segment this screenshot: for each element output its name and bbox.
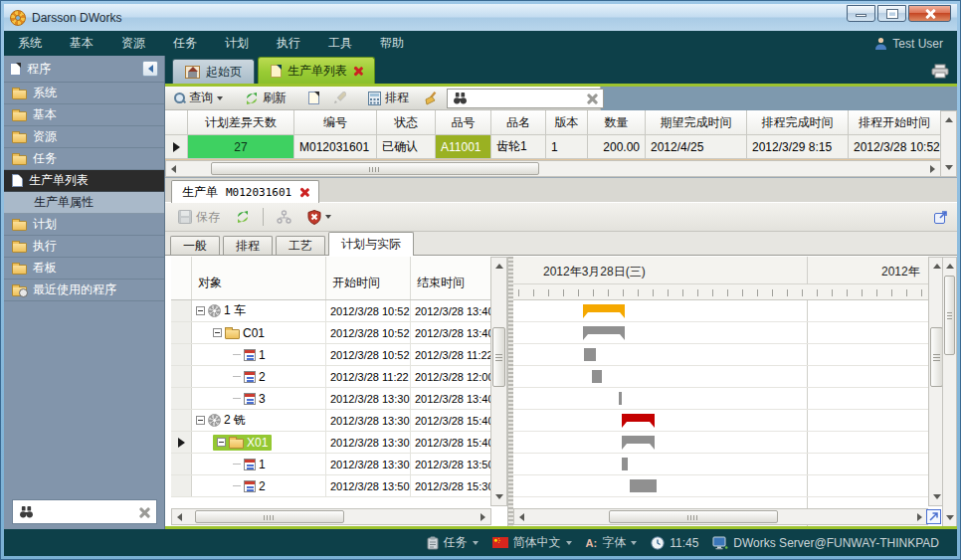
tab-start-page[interactable]: 起始页 (172, 59, 255, 84)
column-header[interactable]: 版本 (546, 110, 588, 135)
status-task-dropdown[interactable]: 任务 (427, 534, 479, 551)
menu-execute[interactable]: 执行 (263, 31, 314, 56)
tree-row[interactable]: 1 2012/3/28 10:52 2012/3/28 11:22 (171, 344, 490, 366)
panel-vertical-scrollbar[interactable] (942, 257, 957, 527)
subtab-general[interactable]: 一般 (170, 236, 220, 256)
tree-row[interactable]: 1 车 2012/3/28 10:52 2012/3/28 13:40 (171, 300, 490, 322)
column-header[interactable]: 计划差异天数 (188, 110, 294, 135)
maximize-button[interactable] (877, 5, 906, 22)
gantt-row[interactable] (513, 344, 928, 366)
current-user[interactable]: Test User (874, 37, 957, 51)
sidebar-search-input[interactable] (40, 505, 132, 519)
scrollbar-thumb[interactable] (944, 276, 955, 355)
close-tab-icon[interactable] (353, 67, 362, 76)
gantt-row[interactable] (513, 432, 928, 454)
refresh-button[interactable]: 刷新 (240, 88, 291, 108)
scroll-up-icon[interactable] (491, 259, 506, 274)
toolbar-search-input[interactable] (473, 92, 581, 105)
tree-row[interactable]: 3 2012/3/28 13:30 2012/3/28 13:40 (171, 388, 490, 410)
clean-button[interactable] (418, 90, 443, 107)
tree-collapse-icon[interactable] (217, 438, 226, 447)
scroll-left-icon[interactable] (166, 161, 181, 176)
column-header[interactable]: 品名 (491, 110, 546, 135)
column-header[interactable]: 期望完成时间 (646, 110, 747, 135)
tree-collapse-icon[interactable] (196, 306, 205, 315)
scroll-up-icon[interactable] (941, 112, 956, 127)
sidebar-item-production-order-list[interactable]: 生产单列表 (4, 170, 164, 192)
tree-column-end[interactable]: 结束时间 (411, 257, 490, 299)
open-in-window-icon[interactable] (933, 209, 949, 225)
tree-collapse-icon[interactable] (196, 416, 205, 425)
query-button[interactable]: 查询 (169, 88, 228, 108)
scroll-right-icon[interactable] (925, 161, 940, 176)
tree-row[interactable]: 2 2012/3/28 11:22 2012/3/28 12:00 (171, 366, 490, 388)
scroll-left-icon[interactable] (514, 509, 529, 524)
sidebar-collapse-button[interactable] (142, 61, 158, 77)
scrollbar-thumb[interactable] (492, 327, 505, 387)
printer-icon[interactable] (931, 64, 949, 79)
grid-data-row[interactable]: 27 M012031601 已确认 A11001 齿轮1 1 200.00 20… (165, 135, 941, 160)
scroll-up-icon[interactable] (942, 259, 957, 274)
status-font-dropdown[interactable]: A: 字体 (586, 534, 638, 551)
tree-column-object[interactable]: 对象 (192, 257, 326, 299)
column-header[interactable]: 品号 (436, 110, 491, 135)
subtab-schedule[interactable]: 排程 (223, 236, 273, 256)
menu-basic[interactable]: 基本 (56, 31, 107, 56)
grid-horizontal-scrollbar[interactable] (165, 160, 941, 177)
gantt-row[interactable] (513, 366, 928, 388)
menu-plan[interactable]: 计划 (211, 31, 263, 56)
tree-collapse-icon[interactable] (213, 328, 222, 337)
toolbar-search-clear-icon[interactable] (586, 93, 598, 104)
gantt-task-bar[interactable] (592, 370, 602, 383)
tab-production-order-list[interactable]: 生产单列表 (258, 57, 375, 84)
new-button[interactable] (303, 90, 324, 106)
column-header[interactable]: 数量 (588, 110, 646, 135)
column-header[interactable]: 排程完成时间 (747, 110, 849, 135)
tree-row[interactable]: 2 铣 2012/3/28 13:30 2012/3/28 15:40 (171, 410, 490, 432)
column-header[interactable]: 编号 (294, 110, 377, 135)
column-header[interactable]: 状态 (377, 110, 436, 135)
sidebar-item-system[interactable]: 系统 (4, 83, 164, 104)
tree-row[interactable]: 2 2012/3/28 13:50 2012/3/28 15:30 (171, 475, 490, 497)
subtab-process[interactable]: 工艺 (276, 236, 325, 256)
detail-doc-tab[interactable]: 生产单 M012031601 (171, 180, 319, 203)
close-detail-tab-icon[interactable] (299, 188, 308, 197)
scrollbar-thumb[interactable] (195, 510, 344, 523)
edit-button[interactable] (328, 90, 351, 106)
schedule-button[interactable]: 排程 (363, 88, 414, 108)
scroll-right-icon[interactable] (476, 509, 490, 524)
tree-horizontal-scrollbar[interactable] (171, 508, 491, 525)
gantt-task-bar[interactable] (584, 348, 596, 361)
gantt-row[interactable] (513, 388, 928, 410)
gantt-expand-icon[interactable] (926, 509, 941, 524)
menu-task[interactable]: 任务 (159, 31, 211, 56)
column-header[interactable]: 排程开始时间 (849, 110, 941, 135)
sidebar-item-basic[interactable]: 基本 (4, 104, 164, 126)
detail-refresh-button[interactable] (231, 208, 255, 226)
scrollbar-thumb[interactable] (211, 162, 539, 175)
sidebar-item-execute[interactable]: 执行 (4, 236, 164, 258)
tree-column-start[interactable]: 开始时间 (326, 257, 411, 299)
gantt-row[interactable] (513, 454, 928, 475)
scrollbar-thumb[interactable] (609, 510, 778, 523)
gantt-horizontal-scrollbar[interactable] (513, 508, 928, 525)
sidebar-search-clear-icon[interactable] (138, 506, 150, 518)
gantt-summary-bar-machine-2[interactable] (622, 414, 655, 428)
tree-row[interactable]: 1 2012/3/28 13:30 2012/3/28 13:50 (171, 454, 490, 475)
sidebar-item-task[interactable]: 任务 (4, 148, 164, 170)
scroll-left-icon[interactable] (172, 509, 187, 524)
validate-button[interactable] (302, 208, 336, 227)
sidebar-item-plan[interactable]: 计划 (4, 214, 164, 236)
sidebar-item-resource[interactable]: 资源 (4, 126, 164, 148)
tree-row-selected[interactable]: X01 2012/3/28 13:30 2012/3/28 15:40 (171, 432, 490, 454)
menu-help[interactable]: 帮助 (366, 31, 418, 56)
gantt-row[interactable] (513, 475, 928, 497)
minimize-button[interactable] (847, 5, 875, 22)
routing-button[interactable] (272, 208, 296, 226)
gantt-summary-bar-c01[interactable] (583, 326, 625, 340)
grid-vertical-scrollbar[interactable] (940, 110, 957, 177)
gantt-summary-bar-machine-1[interactable] (583, 304, 625, 318)
sidebar-item-kanban[interactable]: 看板 (4, 258, 164, 280)
gantt-task-bar[interactable] (630, 479, 657, 492)
menu-system[interactable]: 系统 (4, 31, 56, 56)
